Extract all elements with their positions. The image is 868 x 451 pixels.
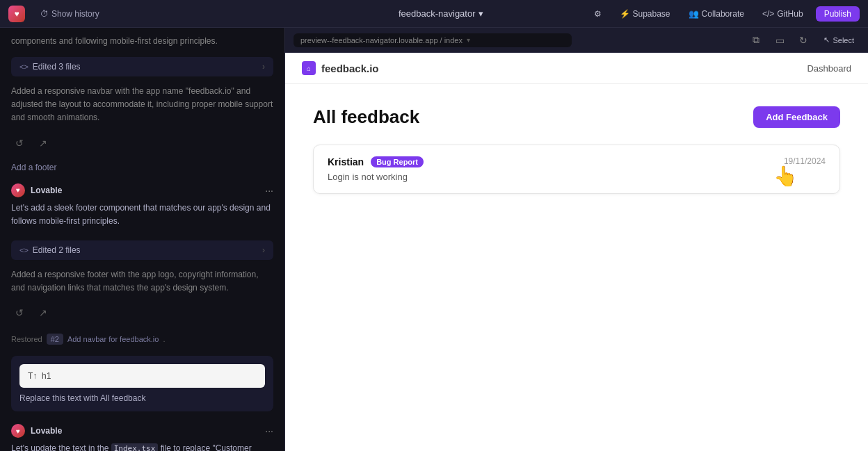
inline-code: Index.tsx — [111, 443, 159, 451]
response-text-2: Added a responsive footer with the app l… — [0, 265, 284, 302]
top-bar-left: ♥ ⏱ Show history — [8, 6, 294, 22]
text-icon: T↑ h1 — [28, 371, 51, 381]
supabase-button[interactable]: ⚡ Supabase — [614, 6, 676, 22]
url-chevron-icon: ▾ — [467, 36, 470, 44]
edit-button-1[interactable]: ↗ — [35, 135, 51, 151]
add-footer-row: Add a footer — [0, 158, 284, 177]
collaborate-button[interactable]: 👥 Collaborate — [683, 6, 750, 22]
preview-controls: ⧉ ▭ ↻ ↖ Select — [747, 31, 860, 49]
message-header-2: ♥ Lovable ··· — [11, 424, 273, 438]
action-row-1: ↺ ↗ — [0, 132, 284, 158]
top-bar-right: ⚙ ⚡ Supabase 👥 Collaborate </> GitHub Pu… — [588, 6, 860, 22]
preview-card: T↑ h1 Replace this text with All feedbac… — [11, 356, 273, 411]
cursor-hand-icon: 👆 — [773, 165, 798, 188]
feedback-card[interactable]: Kristian Bug Report Login is not working… — [313, 145, 840, 194]
message-header-1: ♥ Lovable ··· — [11, 183, 273, 197]
edit-button-2[interactable]: ↗ — [35, 304, 51, 321]
project-name[interactable]: feedback-navigator ▾ — [399, 8, 483, 19]
select-button[interactable]: ↖ Select — [818, 33, 860, 47]
history-icon: ⏱ — [40, 9, 49, 19]
message-text-1: Let's add a sleek footer component that … — [11, 202, 273, 228]
chevron-right-icon-2: › — [262, 245, 265, 255]
gear-icon: ⚙ — [594, 9, 602, 19]
gear-button[interactable]: ⚙ — [588, 6, 607, 22]
publish-button[interactable]: Publish — [816, 6, 860, 22]
chevron-down-icon: ▾ — [479, 8, 483, 19]
preview-bar: preview--feedback-navigator.lovable.app … — [285, 28, 868, 53]
top-bar-center: feedback-navigator ▾ — [294, 8, 588, 19]
more-button-2[interactable]: ··· — [265, 425, 273, 436]
page-title: All feedback — [313, 106, 419, 128]
dashboard-nav-link[interactable]: Dashboard — [807, 63, 851, 74]
app-container: ⌂ feedback.io Dashboard All feedback Add… — [285, 53, 868, 451]
files-bar-1[interactable]: <> Edited 3 files › — [11, 57, 273, 76]
message-block-2: ♥ Lovable ··· Let's update the text in t… — [0, 417, 284, 451]
app-navbar: ⌂ feedback.io Dashboard — [285, 53, 868, 84]
regenerate-button-2[interactable]: ↺ — [11, 304, 28, 321]
app-logo-icon[interactable]: ♥ — [8, 6, 25, 22]
app-logo: ⌂ feedback.io — [302, 61, 379, 75]
restored-row: Restored #2 Add navbar for feedback.io . — [0, 328, 284, 350]
regenerate-button-1[interactable]: ↺ — [11, 135, 28, 151]
response-text-1: Added a responsive navbar with the app n… — [0, 82, 284, 132]
bug-report-badge: Bug Report — [371, 156, 424, 167]
house-icon: ⌂ — [307, 65, 311, 72]
code-icon-2: <> — [19, 246, 29, 254]
chevron-right-icon-1: › — [262, 62, 265, 72]
top-bar: ♥ ⏱ Show history feedback-navigator ▾ ⚙ … — [0, 0, 868, 28]
refresh-button[interactable]: ↻ — [794, 31, 812, 49]
action-row-2: ↺ ↗ — [0, 302, 284, 328]
add-feedback-button[interactable]: Add Feedback — [753, 106, 840, 128]
feedback-card-left: Kristian Bug Report Login is not working — [328, 156, 424, 182]
sidebar: components and following mobile-first de… — [0, 28, 285, 451]
supabase-icon: ⚡ — [620, 9, 630, 19]
main-layout: components and following mobile-first de… — [0, 28, 868, 451]
collaborate-icon: 👥 — [689, 9, 699, 19]
lovable-avatar-2: ♥ — [11, 424, 25, 438]
files-bar-2[interactable]: <> Edited 2 files › — [11, 240, 273, 260]
history-button[interactable]: ⏱ Show history — [40, 9, 99, 19]
restored-badge: #2 — [47, 334, 63, 345]
feedback-logo-icon: ⌂ — [302, 61, 316, 75]
lovable-avatar-1: ♥ — [11, 183, 25, 197]
url-bar[interactable]: preview--feedback-navigator.lovable.app … — [294, 33, 572, 47]
mobile-view-button[interactable]: ▭ — [771, 31, 789, 49]
code-icon-1: <> — [19, 63, 29, 71]
preview-card-inner: T↑ h1 — [19, 364, 265, 388]
app-header-row: All feedback Add Feedback — [313, 106, 840, 128]
more-button-1[interactable]: ··· — [265, 185, 273, 196]
feedback-description: Login is not working — [328, 172, 424, 182]
message-text-2: Let's update the text in the Index.tsx f… — [11, 442, 273, 451]
feedback-card-header: Kristian Bug Report — [328, 156, 424, 167]
message-block-1: ♥ Lovable ··· Let's add a sleek footer c… — [0, 177, 284, 235]
github-icon: </> — [762, 9, 774, 19]
preview-pane: preview--feedback-navigator.lovable.app … — [285, 28, 868, 451]
github-button[interactable]: </> GitHub — [757, 6, 809, 22]
external-open-button[interactable]: ⧉ — [747, 31, 765, 49]
cursor-icon: ↖ — [823, 35, 830, 44]
app-main: All feedback Add Feedback Kristian Bug R… — [285, 84, 868, 451]
section-top-text: components and following mobile-first de… — [0, 28, 284, 51]
